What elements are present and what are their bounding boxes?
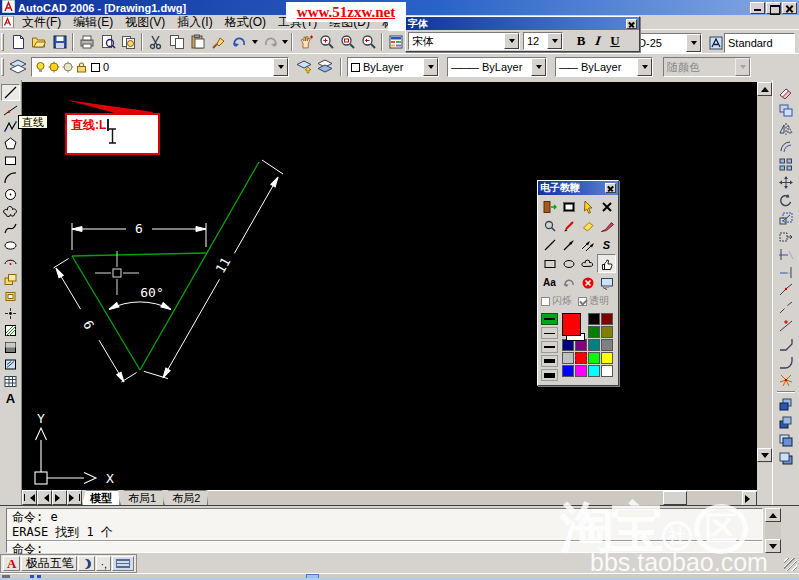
thumb-pointer-icon[interactable] [597,254,616,273]
font-toolbar-titlebar[interactable]: 字体 [406,17,639,30]
scroll-up-icon[interactable] [765,508,781,522]
insert-block-tool[interactable] [1,271,20,288]
transparent-checkbox[interactable]: 透明 [578,294,609,308]
scroll-down-icon[interactable] [757,448,772,462]
save-icon[interactable] [49,32,70,52]
stretch-tool[interactable] [776,227,796,245]
delete-all-icon[interactable] [578,273,597,292]
rectangle-tool[interactable] [1,152,20,169]
tab-prev-icon[interactable] [37,490,52,505]
palette-color-swatch[interactable] [562,365,574,377]
magnifier-icon[interactable] [540,216,559,235]
palette-color-swatch[interactable] [575,365,587,377]
scroll-up-icon[interactable] [757,82,772,96]
menu-format[interactable]: 格式(O) [219,14,272,31]
new-icon[interactable] [7,32,28,52]
ellipse-draw-icon[interactable] [559,254,578,273]
toolbar-grip[interactable] [1,33,4,51]
ime-name-label[interactable]: 极品五笔 [21,556,77,571]
font-size-combo[interactable]: 12 [523,32,563,50]
screen-capture-icon[interactable] [597,273,616,292]
menu-view[interactable]: 视图(V) [119,14,171,31]
pen-icon[interactable] [559,216,578,235]
offset-tool[interactable] [776,137,796,155]
pointer-palette-titlebar[interactable]: 电子教鞭 [538,181,618,195]
tab-model[interactable]: 模型 [82,490,120,505]
move-tool[interactable] [776,173,796,191]
text-style-combo[interactable]: Standard [724,33,795,53]
plot-preview-icon[interactable] [97,32,118,52]
width-option[interactable] [541,341,558,353]
eraser-icon[interactable] [578,216,597,235]
chamfer-tool[interactable] [776,335,796,353]
palette-color-swatch[interactable] [588,339,600,351]
tab-layout1[interactable]: 布局1 [120,490,164,505]
command-splitter[interactable] [7,540,762,542]
gradient-tool[interactable] [1,339,20,356]
width-option[interactable] [541,313,558,325]
fillet-tool[interactable] [776,353,796,371]
close-icon[interactable] [626,19,637,29]
font-name-combo[interactable]: 宋体 [408,32,520,50]
cut-icon[interactable] [145,32,166,52]
redo-icon[interactable] [259,32,280,52]
palette-color-swatch[interactable] [588,365,600,377]
palette-color-swatch[interactable] [601,313,613,325]
region-tool[interactable] [1,356,20,373]
zoom-window-icon[interactable] [337,32,358,52]
menu-insert[interactable]: 插入(I) [171,14,218,31]
document-icon[interactable] [0,12,16,32]
tab-layout2[interactable]: 布局2 [164,490,208,505]
zoom-realtime-icon[interactable] [316,32,337,52]
hand-pointer-icon[interactable] [578,197,597,216]
checkbox-icon[interactable] [578,297,587,306]
make-block-tool[interactable] [1,288,20,305]
line-tool[interactable] [1,84,20,101]
tab-first-icon[interactable] [22,490,37,505]
line-draw-icon[interactable] [540,235,559,254]
publish-icon[interactable] [118,32,139,52]
break-tool[interactable] [776,299,796,317]
palette-color-swatch[interactable] [588,326,600,338]
toolbar-grip[interactable] [1,58,4,76]
board-icon[interactable] [559,197,578,216]
extend-tool[interactable] [776,263,796,281]
polygon-tool[interactable] [1,135,20,152]
erase-tool[interactable] [776,83,796,101]
canvas-hscrollbar[interactable] [208,490,757,505]
match-properties-icon[interactable] [208,32,229,52]
scroll-right-icon[interactable] [742,491,757,506]
paste-icon[interactable] [187,32,208,52]
canvas-vscrollbar[interactable] [757,82,772,490]
palette-color-swatch[interactable] [601,339,613,351]
palette-color-swatch[interactable] [588,352,600,364]
annotation-text-box[interactable]: 直线:L [65,113,160,155]
undo-dropdown-icon[interactable] [250,32,259,52]
lineweight-combo[interactable]: —— ByLayer [555,57,653,77]
cloud-draw-icon[interactable] [578,254,597,273]
ime-softkeyboard-icon[interactable] [112,556,134,571]
hatch-tool[interactable] [1,322,20,339]
checkbox-icon[interactable] [541,297,550,306]
draworder-above-tool[interactable] [776,431,796,449]
spline-tool[interactable] [1,220,20,237]
italic-button[interactable]: I [588,33,607,49]
properties-palette-icon[interactable] [385,32,406,52]
palette-color-swatch[interactable] [601,326,613,338]
scale-tool[interactable] [776,209,796,227]
undo-icon[interactable] [229,32,250,52]
double-arrow-icon[interactable] [578,235,597,254]
command-vscrollbar[interactable] [765,508,781,553]
tab-next-icon[interactable] [52,490,67,505]
linetype-combo[interactable]: ——— ByLayer [447,57,547,77]
table-tool[interactable] [1,373,20,390]
zoom-previous-icon[interactable] [358,32,379,52]
hscroll-thumb[interactable] [663,491,687,505]
ime-mode-button[interactable]: A [3,556,20,571]
blink-checkbox[interactable]: 闪烁 [541,294,572,308]
join-tool[interactable] [776,317,796,335]
undo-draw-icon[interactable] [559,273,578,292]
width-option[interactable] [541,369,558,381]
break-at-point-tool[interactable] [776,281,796,299]
width-option[interactable] [541,327,558,339]
